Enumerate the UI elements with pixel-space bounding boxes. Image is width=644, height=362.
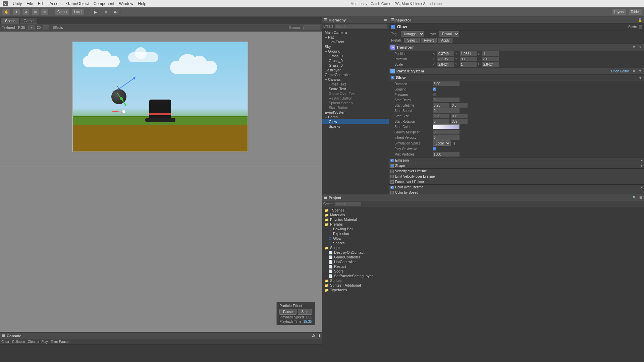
proj-restart[interactable]: 📄 Restart (322, 264, 644, 269)
ps-context-icon[interactable]: ▼ (638, 69, 643, 73)
apply-prefab-btn[interactable]: Apply (438, 38, 452, 43)
inherit-velocity-input[interactable] (433, 135, 460, 140)
gizmos-search[interactable] (303, 25, 320, 30)
zoom-out-btn[interactable]: - (43, 25, 49, 30)
toolbar-hand-btn[interactable]: ✋ (2, 9, 11, 15)
project-search-icon[interactable]: 🔍 (633, 196, 637, 199)
hier-game-over[interactable]: Game Over Text (322, 91, 389, 96)
gizmos-label[interactable]: Gizmos (289, 26, 301, 29)
transform-context-icon[interactable]: ▼ (638, 46, 643, 49)
menu-file[interactable]: File (26, 1, 33, 6)
collapse-btn[interactable]: Collapse (12, 340, 25, 344)
proj-scenes[interactable]: 📁 _Scenes (322, 208, 644, 213)
glow-active-checkbox[interactable] (391, 76, 394, 79)
layer-dropdown[interactable]: Default (439, 31, 459, 37)
menu-help[interactable]: Help (138, 1, 146, 6)
module-emission[interactable]: Emission ▶ (389, 158, 644, 163)
start-size-max[interactable] (451, 114, 468, 118)
start-rot-min[interactable] (433, 119, 449, 124)
module-limit-velocity[interactable]: Limit Velocity over Lifetime (389, 174, 644, 179)
proj-explosion[interactable]: ⬡ Explosion (322, 231, 644, 236)
hier-splash-screen[interactable]: Splash Screen (322, 101, 389, 105)
proj-sprites-additional[interactable]: 📁 Sprites - Additional (322, 283, 644, 288)
proj-materials[interactable]: 📁 Materials (322, 213, 644, 217)
hierarchy-search[interactable] (335, 24, 387, 29)
create-hierarchy-btn[interactable]: Create (323, 24, 333, 28)
hier-ground[interactable]: ▼Ground (322, 49, 389, 54)
transform-settings-icon[interactable]: ⚙ (632, 46, 636, 49)
error-pause-btn[interactable]: Error Pause (51, 340, 68, 344)
start-rot-max[interactable] (451, 119, 468, 124)
toolbar-rect-btn[interactable]: ▭ (41, 9, 49, 15)
proj-score[interactable]: 📄 Score (322, 269, 644, 274)
rgb-label[interactable]: RGB (18, 26, 25, 29)
scale-y-input[interactable] (460, 62, 477, 67)
force-lifetime-checkbox[interactable] (390, 180, 394, 184)
pos-x-input[interactable] (437, 51, 454, 56)
static-checkbox[interactable] (639, 25, 642, 28)
hier-eventsystem[interactable]: EventSystem (322, 110, 389, 115)
module-color-lifetime[interactable]: Color over Lifetime ▶ (389, 185, 644, 190)
proj-typefaces[interactable]: 📁 Typefaces (322, 288, 644, 292)
toolbar-move-btn[interactable]: ✛ (13, 9, 20, 15)
proj-sparks[interactable]: ⬡ Sparks (322, 241, 644, 245)
play-button[interactable]: ▶ (91, 9, 100, 15)
menu-edit[interactable]: Edit (38, 1, 45, 6)
start-color-swatch[interactable] (433, 124, 460, 129)
hier-grass-0-1[interactable]: Grass_0 (322, 54, 389, 58)
limit-vel-checkbox[interactable] (390, 175, 394, 178)
prewarm-checkbox[interactable] (433, 93, 436, 96)
proj-set-particle[interactable]: 📄 SetParticleSortingLayer (322, 274, 644, 278)
proj-scripts[interactable]: 📁 Scripts (322, 245, 644, 250)
transform-component-header[interactable]: ⊕ Transform ⚙ ▼ (389, 44, 644, 51)
emission-checkbox[interactable] (390, 159, 394, 162)
glow-icon2[interactable]: ▼ (639, 76, 642, 80)
pause-particle-btn[interactable]: Pause (279, 309, 296, 315)
pos-y-input[interactable] (460, 51, 477, 56)
hier-bomb[interactable]: ▼Bomb (322, 115, 389, 119)
menu-assets[interactable]: Assets (49, 1, 61, 6)
hier-main-camera[interactable]: Main Camera (322, 30, 389, 35)
vel-lifetime-checkbox[interactable] (390, 170, 394, 173)
glow-icon1[interactable]: ⊞ (635, 76, 637, 80)
zoom-in-btn[interactable]: + (28, 25, 35, 30)
start-size-min[interactable] (433, 114, 449, 118)
project-sort-icon[interactable]: ⊞ (639, 196, 642, 199)
menu-unity[interactable]: Unity (13, 1, 22, 6)
hier-sky[interactable]: Sky (322, 44, 389, 49)
scale-z-input[interactable] (482, 62, 499, 67)
color-speed-checkbox[interactable] (390, 191, 394, 194)
scene-canvas[interactable]: Particle Effect Pause Stop Playback Spee… (0, 32, 322, 332)
rot-y-input[interactable] (460, 57, 477, 61)
module-velocity-lifetime[interactable]: Velocity over Lifetime (389, 169, 644, 174)
inspector-lock-icon[interactable]: 🔒 (638, 18, 642, 22)
hierarchy-close-icon[interactable]: ⊞ (384, 18, 387, 22)
hier-glow[interactable]: Glow (322, 119, 389, 124)
tab-game[interactable]: Game (20, 18, 37, 24)
hier-score-text[interactable]: Score Text (322, 86, 389, 91)
color-lifetime-checkbox[interactable] (390, 186, 394, 189)
particle-system-component-header[interactable]: ✦ Particle System Open Editor ⚙ ▼ (389, 68, 644, 75)
duration-input[interactable] (433, 81, 460, 86)
rot-x-input[interactable] (437, 57, 454, 61)
proj-glow[interactable]: ⬡ Glow (322, 236, 644, 241)
gravity-input[interactable] (433, 130, 460, 134)
tablet-dropdown[interactable]: Tablet (628, 9, 642, 15)
center-button[interactable]: Center (55, 9, 70, 15)
project-search-input[interactable] (335, 202, 362, 206)
rot-z-input[interactable] (482, 57, 499, 61)
ps-settings-icon[interactable]: ⚙ (632, 69, 636, 73)
shape-checkbox[interactable] (390, 164, 394, 168)
revert-prefab-btn[interactable]: Revert (421, 38, 437, 43)
hier-destroyer[interactable]: Destroyer (322, 68, 389, 72)
simulation-space-dropdown[interactable]: Local (433, 140, 451, 146)
create-project-btn[interactable]: Create (323, 202, 333, 206)
proj-gamecontroller-script[interactable]: 📄 GameController (322, 255, 644, 259)
stop-particle-btn[interactable]: Stop (298, 309, 312, 315)
proj-destroy-contact[interactable]: 📄 DestroyOnContact (322, 250, 644, 255)
layers-dropdown[interactable]: Layers (611, 9, 626, 15)
start-speed-input[interactable] (433, 108, 460, 113)
select-prefab-btn[interactable]: Select (404, 38, 420, 43)
hier-sparks[interactable]: Sparks (322, 124, 389, 129)
play-on-awake-checkbox[interactable] (433, 147, 436, 150)
